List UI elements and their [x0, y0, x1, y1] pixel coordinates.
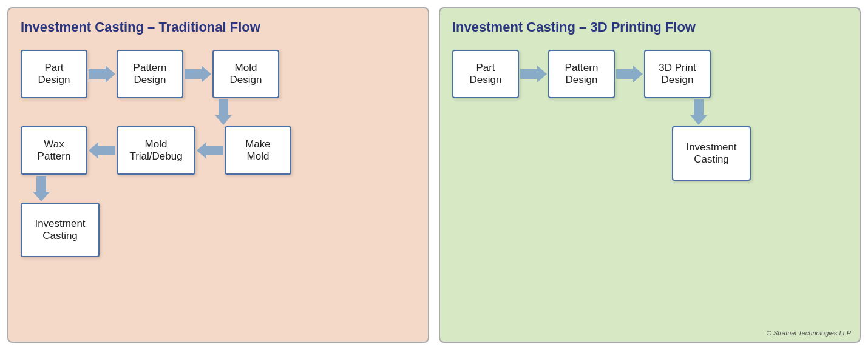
right-part-design: Part Design: [452, 50, 519, 98]
left-row2: Wax Pattern Mold Trial/Debug: [21, 126, 416, 175]
left-wax-pattern: Wax Pattern: [21, 126, 87, 175]
svg-marker-5: [33, 176, 50, 201]
left-title-normal: Investment Casting –: [21, 19, 158, 35]
right-row1: Part Design Pattern Design 3D Print De: [452, 50, 847, 98]
arrow-right-2: [183, 63, 212, 85]
right-arrow-down: [452, 99, 847, 125]
svg-marker-2: [215, 99, 232, 125]
arrow-left-1: [87, 140, 117, 161]
svg-marker-8: [690, 99, 707, 125]
left-flow: Part Design Pattern Design: [21, 50, 416, 257]
left-title-bold: Traditional Flow: [158, 19, 260, 35]
left-row1: Part Design Pattern Design: [21, 50, 416, 98]
svg-marker-3: [89, 142, 115, 159]
arrow-down-mold: [21, 99, 416, 125]
svg-marker-4: [197, 142, 223, 159]
left-panel: Investment Casting – Traditional Flow Pa…: [7, 7, 429, 343]
right-investment-casting: Investment Casting: [672, 126, 751, 181]
right-flow: Part Design Pattern Design 3D Print De: [452, 50, 847, 181]
arrow-left-2: [195, 140, 225, 161]
left-panel-title: Investment Casting – Traditional Flow: [21, 19, 416, 35]
svg-marker-6: [520, 66, 547, 82]
left-make-mold: Make Mold: [225, 126, 291, 175]
right-print-design: 3D Print Design: [644, 50, 711, 98]
main-container: Investment Casting – Traditional Flow Pa…: [0, 0, 868, 350]
right-row2: Investment Casting: [452, 126, 847, 181]
copyright-text: © Stratnel Technologies LLP: [767, 329, 851, 337]
right-title-normal: Investment Casting –: [452, 19, 590, 35]
svg-marker-0: [89, 66, 115, 82]
right-panel: Investment Casting – 3D Printing Flow Pa…: [439, 7, 861, 343]
right-arrow-right-2: [615, 63, 644, 85]
arrow-right-1: [87, 63, 117, 85]
left-row3: Investment Casting: [21, 203, 416, 257]
arrow-down-wax: [21, 176, 416, 201]
left-mold-trial: Mold Trial/Debug: [117, 126, 195, 175]
svg-marker-1: [185, 66, 211, 82]
right-title-bold: 3D Printing Flow: [590, 19, 696, 35]
right-panel-title: Investment Casting – 3D Printing Flow: [452, 19, 847, 35]
right-arrow-right-1: [519, 63, 548, 85]
right-pattern-design: Pattern Design: [548, 50, 615, 98]
left-mold-design: Mold Design: [212, 50, 279, 98]
left-part-design: Part Design: [21, 50, 87, 98]
left-investment-casting: Investment Casting: [21, 203, 100, 257]
svg-marker-7: [616, 66, 643, 82]
left-pattern-design: Pattern Design: [117, 50, 183, 98]
